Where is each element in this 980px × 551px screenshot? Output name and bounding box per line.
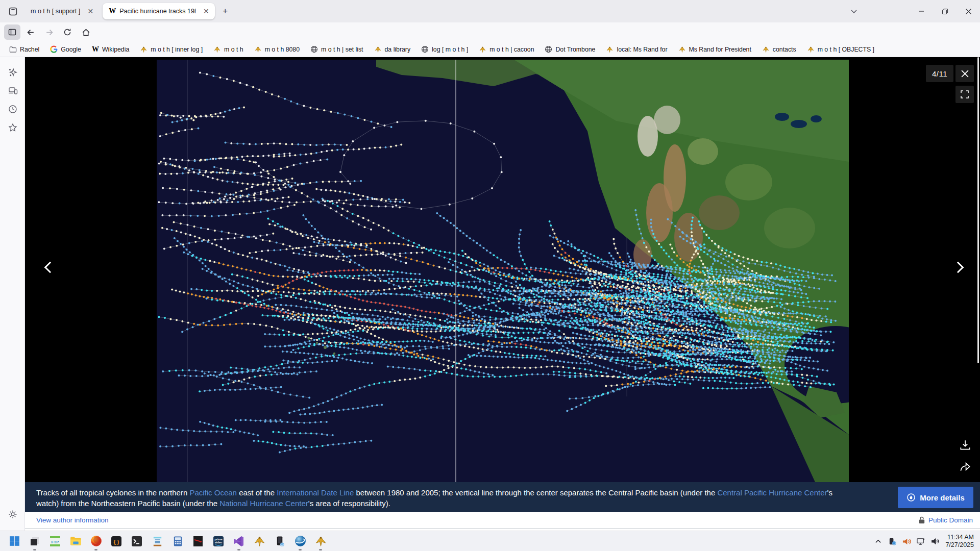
taskbar-app-task-layers[interactable] <box>24 532 45 551</box>
bookmark-item[interactable]: Ms Rand for President <box>675 44 754 55</box>
taskbar-app-firefox[interactable] <box>86 532 106 551</box>
tab-moth-support[interactable]: m o t h [ support ] ✕ <box>24 3 100 19</box>
home-button[interactable] <box>78 24 94 40</box>
hurricane-tracks-map-image[interactable] <box>157 60 849 482</box>
phone-link-icon <box>274 535 286 547</box>
caption-link[interactable]: Pacific Ocean <box>189 488 237 497</box>
bookmark-item[interactable]: Rachel <box>6 44 42 55</box>
caption-link[interactable]: National Hurricane Center <box>219 499 308 508</box>
bookmark-item[interactable]: Google <box>47 44 84 55</box>
bookmark-item[interactable]: WWikipedia <box>89 44 132 55</box>
list-all-tabs-button[interactable] <box>845 0 863 22</box>
bookmark-item[interactable]: m o t h <box>210 44 247 55</box>
window-restore-button[interactable] <box>933 0 957 22</box>
bookmark-label: m o t h | set list <box>321 46 363 53</box>
taskbar-app-visual-studio[interactable] <box>229 532 249 551</box>
notepad-icon <box>152 535 163 547</box>
window-minimize-button[interactable] <box>910 0 933 22</box>
folder-icon <box>9 46 17 53</box>
new-tab-button[interactable]: + <box>218 4 232 18</box>
taskbar-app-web-sphere[interactable] <box>290 532 310 551</box>
phone-link-tray-icon[interactable] <box>885 532 899 550</box>
tray-show-hidden-icons-button[interactable] <box>871 532 885 550</box>
bookmark-item[interactable]: Dot Trombone <box>542 44 598 55</box>
taskbar-app-prime-video[interactable]: primevideo <box>208 532 229 551</box>
more-details-button[interactable]: More details <box>898 487 973 508</box>
tab-pacific-hurricane-tracks[interactable]: W Pacific hurricane tracks 1980-20 ✕ <box>103 3 215 19</box>
chevron-down-icon <box>850 8 857 15</box>
image-caption-bar: Tracks of all tropical cyclones in the n… <box>25 482 980 512</box>
caption-text: 's area of responsibility). <box>308 499 390 508</box>
desktop: m o t h [ support ] ✕ W Pacific hurrican… <box>0 0 980 551</box>
display-cast-tray-icon[interactable] <box>914 532 928 550</box>
running-indicator <box>33 549 36 550</box>
moth-app-icon <box>253 535 266 547</box>
image-counter: 4/11 <box>926 65 953 82</box>
taskbar-app-moth-app[interactable] <box>249 532 270 551</box>
taskbar-app-moth-objects[interactable] <box>310 532 331 551</box>
svg-text:{): {) <box>113 539 119 545</box>
previous-image-button[interactable] <box>39 256 57 279</box>
caption-text: between 1980 and 2005; the vertical line… <box>354 488 717 497</box>
tab-close-icon[interactable]: ✕ <box>85 6 95 16</box>
visual-studio-icon <box>233 535 245 547</box>
sidebar-toggle-button[interactable] <box>4 24 20 40</box>
bookmark-item[interactable]: log [ m o t h ] <box>418 44 471 55</box>
viewer-close-button[interactable] <box>955 65 974 82</box>
sidebar-settings-button[interactable] <box>4 506 22 522</box>
volume-tray-icon[interactable] <box>928 532 942 550</box>
code-editor-icon: {) <box>110 535 122 547</box>
history-sidebar-button[interactable] <box>4 101 22 117</box>
bookmark-label: m o t h | cacoon <box>489 46 534 53</box>
volume-mixer-tray-icon[interactable] <box>899 532 914 550</box>
bookmark-item[interactable]: m o t h [ OBJECTS ] <box>804 44 877 55</box>
bookmark-item[interactable]: m o t h [ inner log ] <box>137 44 206 55</box>
next-image-button[interactable] <box>951 256 969 279</box>
firefox-view-button[interactable] <box>4 4 21 19</box>
media-viewer: 4/11 <box>25 57 980 482</box>
running-indicator <box>319 549 322 550</box>
bookmark-item[interactable]: local: Ms Rand for <box>603 44 670 55</box>
globe-icon <box>310 45 318 53</box>
bookmark-label: Rachel <box>20 46 39 53</box>
ai-chatbot-sidebar-button[interactable] <box>4 64 22 81</box>
bookmark-item[interactable]: m o t h | set list <box>307 44 366 55</box>
svg-text:FTP: FTP <box>51 539 59 544</box>
taskbar-app-phone-link[interactable] <box>270 532 290 551</box>
page-scrollbar[interactable] <box>977 57 979 363</box>
download-button[interactable] <box>959 439 972 454</box>
bookmark-item[interactable]: da library <box>371 44 414 55</box>
bookmarks-sidebar-button[interactable] <box>4 119 22 136</box>
license-link[interactable]: Public Domain <box>918 516 973 524</box>
taskbar-clock[interactable]: 11:34 AM 7/27/2025 <box>945 534 974 549</box>
running-indicator <box>299 549 302 550</box>
caption-link[interactable]: Central Pacific Hurricane Center <box>717 488 827 497</box>
moth-icon <box>479 46 486 53</box>
taskbar-app-code-editor[interactable]: {) <box>106 532 127 551</box>
window-close-button[interactable] <box>957 0 980 22</box>
bookmark-item[interactable]: m o t h 8080 <box>251 44 303 55</box>
file-explorer-icon <box>69 535 82 547</box>
taskbar-app-calculator[interactable] <box>167 532 188 551</box>
forward-button[interactable] <box>41 24 57 40</box>
taskbar-app-start[interactable] <box>4 532 24 551</box>
share-button[interactable] <box>959 460 972 475</box>
taskbar-app-media-tool[interactable] <box>188 532 208 551</box>
caption-link[interactable]: International Date Line <box>277 488 354 497</box>
synced-tabs-sidebar-button[interactable] <box>4 83 22 99</box>
bookmark-item[interactable]: m o t h | cacoon <box>476 44 537 55</box>
taskbar-app-terminal[interactable] <box>127 532 147 551</box>
view-author-link[interactable]: View author information <box>36 516 109 524</box>
back-button[interactable] <box>22 24 39 40</box>
tab-close-icon[interactable]: ✕ <box>201 6 211 16</box>
taskbar-time: 11:34 AM <box>945 534 974 541</box>
taskbar-app-file-explorer[interactable] <box>65 532 86 551</box>
taskbar-app-cuteftp[interactable]: FTP <box>45 532 65 551</box>
calculator-icon <box>172 535 184 547</box>
bookmark-label: m o t h [ inner log ] <box>151 46 203 53</box>
web-sphere-icon <box>294 535 307 547</box>
reload-button[interactable] <box>59 24 76 40</box>
fullscreen-button[interactable] <box>955 86 974 103</box>
bookmark-item[interactable]: contacts <box>759 44 799 55</box>
taskbar-app-notepad[interactable] <box>147 532 167 551</box>
